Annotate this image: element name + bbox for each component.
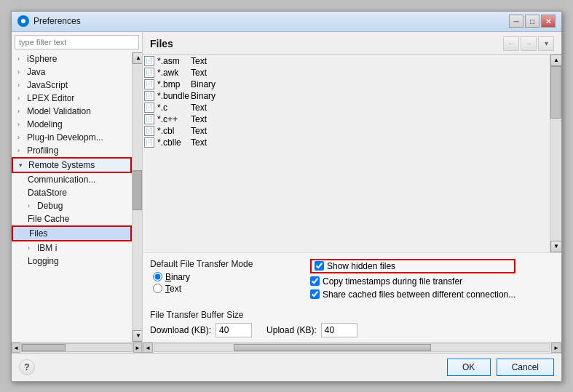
chevron-right-icon: ›: [17, 81, 25, 89]
chevron-right-icon: ›: [17, 147, 25, 154]
table-row: 📄*.cbl Text: [144, 126, 216, 136]
files-scroll-up-btn[interactable]: ▲: [550, 55, 561, 66]
maximize-button[interactable]: □: [525, 15, 540, 28]
sidebar-item-model-validation[interactable]: › Model Validation: [12, 105, 132, 118]
title-buttons: ─ □ ✕: [509, 15, 556, 28]
sidebar-item-remote-systems[interactable]: ▾ Remote Systems: [12, 157, 132, 173]
files-table-content: 📄*.asm Text 📄*.awk Text 📄*.bmp Binary: [143, 55, 550, 252]
sidebar-item-files[interactable]: Files: [12, 225, 132, 241]
show-hidden-files-checkbox[interactable]: [315, 261, 324, 271]
upload-input[interactable]: [321, 323, 357, 337]
sidebar-item-datastore[interactable]: DataStore: [12, 186, 132, 199]
options-row: Default File Transfer Mode Binary Text: [150, 259, 554, 300]
chevron-right-icon: ›: [17, 108, 25, 115]
file-icon: 📄: [144, 68, 154, 78]
copy-timestamps-checkbox-item[interactable]: Copy timestamps during file transfer: [310, 276, 515, 287]
sidebar-item-communication[interactable]: Communication...: [12, 173, 132, 186]
nav-buttons: ← → ▾: [503, 36, 554, 51]
show-hidden-files-checkbox-item[interactable]: Show hidden files: [315, 261, 395, 271]
sidebar-item-java[interactable]: › Java: [12, 65, 132, 79]
file-icon: 📄: [144, 56, 154, 66]
sidebar-item-logging[interactable]: Logging: [12, 255, 132, 268]
hscroll-left-button[interactable]: ◄: [143, 343, 153, 353]
scroll-thumb: [133, 170, 142, 210]
filter-input[interactable]: [15, 35, 139, 49]
copy-timestamps-label: Copy timestamps during file transfer: [323, 276, 462, 287]
window-title: Preferences: [33, 16, 81, 26]
chevron-down-icon: ▾: [19, 161, 26, 169]
buffer-row: Download (KB): Upload (KB):: [150, 323, 554, 337]
dialog-buttons: OK Cancel: [447, 359, 554, 376]
share-cached-label: Share cached files between different con…: [323, 289, 515, 300]
sidebar-item-lpex[interactable]: › LPEX Editor: [12, 92, 132, 105]
app-icon: [17, 15, 29, 27]
chevron-right-icon: ›: [17, 134, 25, 141]
scroll-track[interactable]: [133, 64, 142, 330]
sidebar-vertical-scrollbar[interactable]: ▲ ▼: [132, 52, 142, 342]
files-scroll-thumb: [550, 66, 561, 119]
chevron-right-icon: ›: [17, 68, 25, 76]
scroll-up-button[interactable]: ▲: [133, 52, 142, 64]
copy-timestamps-checkbox[interactable]: [310, 276, 320, 286]
title-bar-left: Preferences: [17, 15, 81, 27]
text-radio[interactable]: [153, 284, 162, 293]
right-panel: Files ← → ▾ 📄*.asm Text: [143, 32, 561, 353]
sidebar-hscroll[interactable]: ◄ ►: [12, 342, 142, 353]
chevron-right-icon: ›: [28, 244, 35, 252]
cancel-button[interactable]: Cancel: [497, 359, 554, 376]
chevron-right-icon: ›: [17, 55, 25, 63]
preferences-window: Preferences ─ □ ✕ › iSphere › Java: [11, 11, 562, 382]
nav-dropdown-button[interactable]: ▾: [538, 36, 554, 51]
sidebar-item-isphere[interactable]: › iSphere: [12, 52, 132, 65]
download-input[interactable]: [216, 323, 252, 337]
share-cached-checkbox-item[interactable]: Share cached files between different con…: [310, 289, 515, 300]
file-icon: 📄: [144, 126, 154, 136]
show-hidden-files-container: Show hidden files: [310, 259, 515, 273]
horizontal-scrollbar[interactable]: ◄ ►: [143, 342, 561, 353]
nav-back-button[interactable]: ←: [503, 36, 519, 51]
ok-button[interactable]: OK: [447, 359, 491, 376]
binary-radio[interactable]: [153, 272, 162, 281]
files-vscroll[interactable]: ▲ ▼: [550, 55, 561, 252]
transfer-mode-radio-group: Binary Text: [150, 272, 296, 294]
table-row: 📄*.bundle Binary: [144, 91, 216, 101]
sidebar-item-modeling[interactable]: › Modeling: [12, 118, 132, 131]
chevron-right-icon: ›: [17, 95, 25, 102]
files-table: 📄*.asm Text 📄*.awk Text 📄*.bmp Binary: [143, 55, 217, 149]
help-button[interactable]: ?: [19, 359, 35, 375]
hscroll-right-button[interactable]: ►: [551, 343, 561, 353]
close-button[interactable]: ✕: [541, 15, 556, 28]
hscroll-left-btn[interactable]: ◄: [12, 343, 20, 353]
share-cached-checkbox[interactable]: [310, 289, 320, 299]
sidebar-item-file-cache[interactable]: File Cache: [12, 212, 132, 225]
sidebar-item-javascript[interactable]: › JavaScript: [12, 79, 132, 92]
minimize-button[interactable]: ─: [509, 15, 523, 28]
sidebar-item-profiling[interactable]: › Profiling: [12, 144, 132, 157]
hscroll-track[interactable]: [21, 343, 133, 352]
table-row: 📄*.c++ Text: [144, 114, 216, 124]
sidebar-item-plugin[interactable]: › Plug-in Developm...: [12, 131, 132, 144]
chevron-right-icon: ›: [28, 202, 35, 209]
text-radio-item[interactable]: Text: [153, 284, 296, 294]
table-row: 📄*.cblle Text: [144, 137, 216, 148]
files-scroll-track[interactable]: [550, 66, 561, 241]
buffer-area: File Transfer Buffer Size Download (KB):…: [143, 305, 561, 342]
scroll-down-button[interactable]: ▼: [133, 330, 142, 342]
sidebar-item-debug[interactable]: › Debug: [12, 199, 132, 212]
sidebar-item-ibmi[interactable]: › IBM i: [12, 241, 132, 255]
binary-radio-item[interactable]: Binary: [153, 272, 296, 282]
sidebar-content: › iSphere › Java › JavaScript › LPEX Edi…: [12, 52, 132, 342]
download-label: Download (KB):: [150, 325, 211, 335]
panel-title: Files: [150, 38, 173, 49]
text-label: Text: [165, 284, 181, 294]
table-row: 📄*.awk Text: [144, 68, 216, 78]
nav-forward-button[interactable]: →: [521, 36, 537, 51]
hscroll-track[interactable]: [154, 343, 550, 352]
files-scroll-down-btn[interactable]: ▼: [550, 241, 561, 252]
sidebar: › iSphere › Java › JavaScript › LPEX Edi…: [12, 32, 143, 353]
buffer-title: File Transfer Buffer Size: [150, 310, 554, 320]
hscroll-right-btn[interactable]: ►: [133, 343, 142, 353]
table-row: 📄*.bmp Binary: [144, 79, 216, 89]
binary-label: Binary: [165, 272, 190, 282]
file-icon: 📄: [144, 114, 154, 124]
